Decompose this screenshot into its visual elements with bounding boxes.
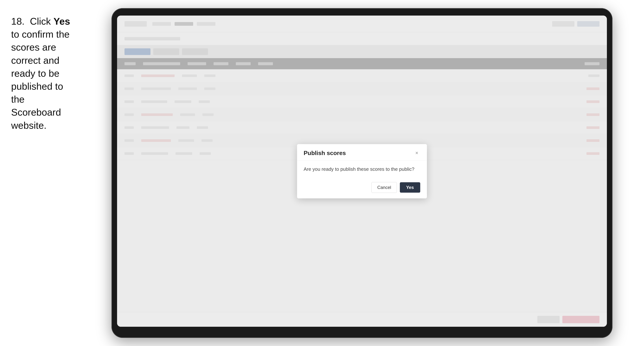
yes-emphasis: Yes [54, 16, 70, 27]
step-number: 18. [11, 16, 24, 27]
tablet-wrapper: Publish scores × Are you ready to publis… [80, 0, 644, 346]
modal-header: Publish scores × [297, 144, 427, 161]
modal-title: Publish scores [304, 150, 346, 157]
yes-button[interactable]: Yes [400, 182, 420, 193]
modal-footer: Cancel Yes [297, 178, 427, 198]
instruction-text: 18. Click Yes to confirm the scores are … [0, 0, 80, 143]
tablet-screen: Publish scores × Are you ready to publis… [117, 15, 607, 327]
publish-scores-dialog: Publish scores × Are you ready to publis… [297, 144, 427, 198]
modal-body: Are you ready to publish these scores to… [297, 161, 427, 178]
tablet-device: Publish scores × Are you ready to publis… [112, 8, 612, 338]
modal-overlay: Publish scores × Are you ready to publis… [117, 15, 607, 327]
modal-close-button[interactable]: × [414, 150, 420, 156]
cancel-button[interactable]: Cancel [372, 182, 397, 193]
modal-body-text: Are you ready to publish these scores to… [304, 166, 414, 172]
